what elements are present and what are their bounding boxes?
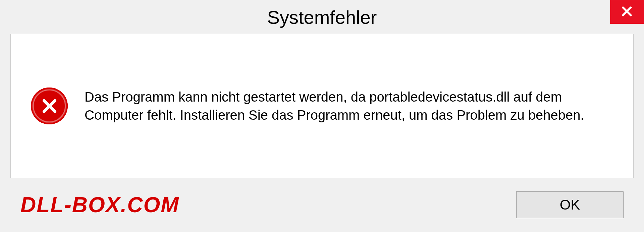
close-icon (620, 5, 634, 19)
titlebar: Systemfehler (0, 0, 644, 34)
error-dialog: Systemfehler Das Programm kann nicht ges… (0, 0, 644, 232)
dialog-title: Systemfehler (267, 6, 377, 28)
error-icon-container (31, 88, 68, 124)
error-icon (31, 88, 68, 124)
error-message: Das Programm kann nicht gestartet werden… (85, 88, 606, 124)
watermark-text: DLL-BOX.COM (20, 192, 179, 217)
ok-button[interactable]: OK (516, 191, 624, 218)
content-panel: Das Programm kann nicht gestartet werden… (10, 34, 634, 178)
dialog-footer: DLL-BOX.COM OK (0, 185, 644, 232)
close-button[interactable] (610, 0, 644, 24)
